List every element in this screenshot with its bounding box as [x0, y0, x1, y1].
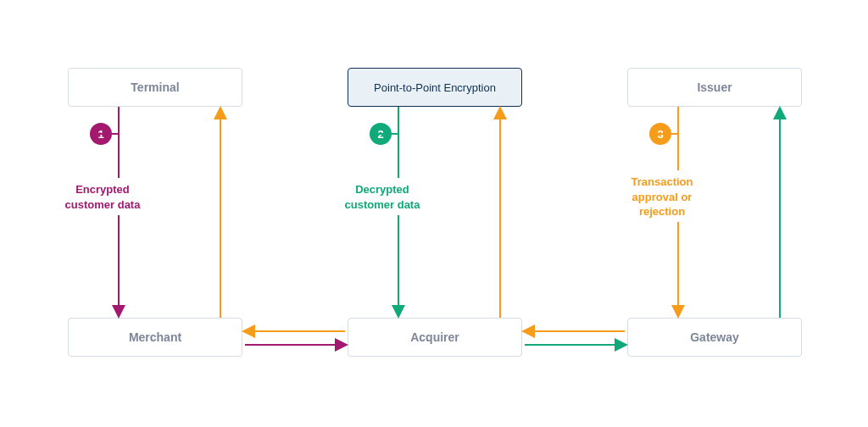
step-badge-3: 3: [649, 123, 671, 145]
step-badge-2: 2: [370, 123, 392, 145]
node-acquirer: Acquirer: [348, 318, 522, 357]
node-issuer: Issuer: [627, 68, 802, 107]
flow-label-1: Encrypted customer data: [56, 182, 149, 212]
flow-label-3: Transaction approval or rejection: [610, 175, 714, 219]
diagram-canvas: Terminal Point-to-Point Encryption Issue…: [0, 0, 868, 427]
node-p2pe: Point-to-Point Encryption: [348, 68, 522, 107]
arrows-layer: [0, 0, 868, 427]
flow-label-2: Decrypted customer data: [336, 182, 429, 212]
node-terminal: Terminal: [68, 68, 242, 107]
step-badge-1: 1: [90, 123, 112, 145]
node-gateway: Gateway: [627, 318, 802, 357]
node-merchant: Merchant: [68, 318, 242, 357]
